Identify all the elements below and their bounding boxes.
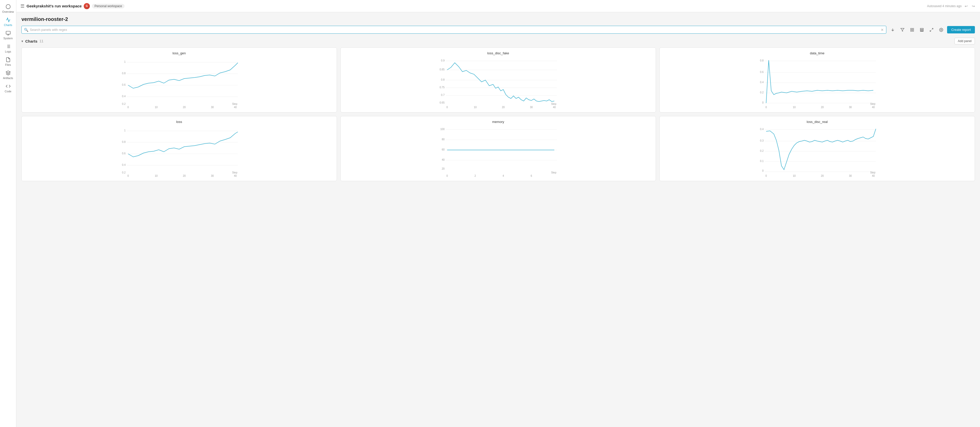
topbar-left: ☰ Geekyrakshit's run workspace G Persona… [21,3,124,9]
svg-text:20: 20 [821,106,824,109]
svg-text:0.6: 0.6 [122,83,126,86]
search-icon: 🔍 [24,28,28,32]
sidebar-label-logs: Logs [5,50,11,53]
filter-icon[interactable] [899,26,906,34]
search-input[interactable] [21,26,886,34]
charts-grid: loss_gen 1 0.8 0.6 0.4 0.2 [21,48,975,181]
svg-text:0.8: 0.8 [122,141,126,143]
search-container: 🔍 ✕ [21,26,886,34]
expand-icon[interactable] [928,26,935,34]
svg-text:2: 2 [474,175,476,177]
svg-text:Step: Step [870,103,875,105]
logs-icon [6,44,11,49]
svg-text:20: 20 [183,106,186,109]
autosave-text: Autosaved 4 minutes ago [927,4,962,8]
topbar-right: Autosaved 4 minutes ago ↩ ↪ [927,3,976,9]
svg-text:Step: Step [232,171,237,174]
svg-text:20: 20 [502,106,505,109]
svg-text:0: 0 [446,106,448,109]
create-report-button[interactable]: Create report [947,26,975,33]
chart-title-data-time: data_time [663,51,971,55]
settings-icon[interactable] [937,26,945,34]
svg-text:0.4: 0.4 [122,163,126,166]
svg-text:0.3: 0.3 [760,139,764,142]
svg-text:0.1: 0.1 [760,160,764,162]
sidebar-item-logs[interactable]: Logs [0,42,16,55]
sort-icon[interactable] [889,26,897,34]
chart-card-data-time: data_time 0.8 0.6 0.4 0.2 0 0 1 [659,48,975,113]
chart-container-loss-disc-fake: 0.9 0.85 0.8 0.75 0.7 0.65 0 10 20 [344,58,652,109]
sidebar-item-code[interactable]: Code [0,82,16,95]
chart-svg-loss-disc-real: 0.4 0.3 0.2 0.1 0 0 10 20 30 [663,126,971,177]
chart-container-loss-disc-real: 0.4 0.3 0.2 0.1 0 0 10 20 30 [663,126,971,177]
topbar: ☰ Geekyrakshit's run workspace G Persona… [16,0,980,12]
chart-svg-data-time: 0.8 0.6 0.4 0.2 0 0 10 20 30 [663,58,971,109]
avatar: G [84,3,90,9]
chart-card-loss-gen: loss_gen 1 0.8 0.6 0.4 0.2 [21,48,337,113]
svg-text:30: 30 [849,106,852,109]
add-panel-button[interactable]: Add panel [955,38,975,44]
svg-text:0: 0 [762,101,764,104]
svg-text:30: 30 [211,175,214,177]
chart-container-data-time: 0.8 0.6 0.4 0.2 0 0 10 20 30 [663,58,971,109]
chart-container-memory: 100 80 60 40 20 0 2 4 6 Step [344,126,652,177]
svg-text:0.2: 0.2 [760,149,764,152]
chart-card-memory: memory 100 80 60 40 20 0 2 4 [340,116,656,181]
sidebar-label-overview: Overview [2,10,14,13]
svg-text:40: 40 [442,159,445,161]
svg-text:40: 40 [872,106,875,109]
svg-rect-15 [913,28,914,30]
charts-section-header: ▾ Charts 11 Add panel [21,38,975,44]
chart-title-loss: loss [25,120,333,124]
svg-text:0: 0 [446,175,448,177]
svg-text:0.4: 0.4 [760,128,764,130]
sidebar: Overview Charts System Logs Files Art [0,0,16,427]
svg-text:30: 30 [530,106,533,109]
svg-text:6: 6 [531,175,532,177]
chart-svg-loss-gen: 1 0.8 0.6 0.4 0.2 0 10 20 [25,58,333,109]
svg-text:40: 40 [553,106,556,109]
svg-text:10: 10 [793,175,796,177]
charts-count: 11 [40,39,44,43]
svg-text:0.4: 0.4 [760,81,764,84]
svg-text:0.8: 0.8 [122,72,126,75]
sidebar-item-charts[interactable]: Charts [0,15,16,29]
undo-icon[interactable]: ↩ [964,3,969,9]
layout-icon[interactable] [918,26,926,34]
chart-container-loss: 1 0.8 0.6 0.4 0.2 0 10 20 30 40 [25,126,333,177]
redo-icon[interactable]: ↪ [971,3,976,9]
hamburger-menu[interactable]: ☰ [21,3,24,9]
search-clear-icon[interactable]: ✕ [881,28,884,32]
svg-text:1: 1 [124,60,126,63]
svg-text:0.2: 0.2 [760,91,764,94]
personal-workspace-badge: Personal workspace [92,4,124,8]
svg-text:80: 80 [442,138,445,141]
svg-text:0.75: 0.75 [440,86,445,89]
workspace-title: Geekyrakshit's run workspace [27,4,82,8]
chart-title-loss-disc-fake: loss_disc_fake [344,51,652,55]
svg-rect-20 [920,31,923,31]
avatar-initials: G [86,5,88,7]
sidebar-item-system[interactable]: System [0,29,16,42]
svg-point-0 [6,5,10,9]
files-icon [6,57,11,62]
charts-chevron[interactable]: ▾ [21,39,23,43]
svg-text:0: 0 [127,175,129,177]
charts-section-title: Charts [25,39,38,43]
columns-icon[interactable] [908,26,916,34]
sidebar-item-artifacts[interactable]: Artifacts [0,68,16,82]
sidebar-item-files[interactable]: Files [0,55,16,68]
svg-text:0.2: 0.2 [122,103,126,105]
svg-text:Step: Step [551,103,556,105]
svg-text:30: 30 [211,106,214,109]
sidebar-item-overview[interactable]: Overview [0,2,16,15]
svg-text:20: 20 [821,175,824,177]
svg-text:0.85: 0.85 [440,68,445,71]
svg-text:0.7: 0.7 [441,94,445,97]
sidebar-label-artifacts: Artifacts [3,76,13,79]
svg-text:0: 0 [765,106,767,109]
svg-text:0.6: 0.6 [760,71,764,73]
svg-text:0.2: 0.2 [122,171,126,174]
chart-svg-loss: 1 0.8 0.6 0.4 0.2 0 10 20 30 40 [25,126,333,177]
toolbar-icons: Create report [889,26,975,34]
